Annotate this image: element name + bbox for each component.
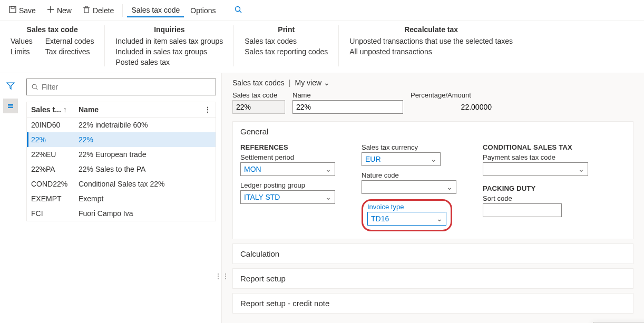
- save-icon: [8, 5, 17, 15]
- list-pane: Sales t... ↑ Name ⋮ 20IND6022% indetraib…: [21, 73, 221, 323]
- invoice-type-select[interactable]: TD16⌄: [367, 212, 446, 226]
- grid-row[interactable]: 20IND6022% indetraibile 60%: [27, 118, 216, 132]
- sort-select[interactable]: [483, 203, 562, 217]
- ribbon-link-unposted[interactable]: Unposted transactions that use the selec…: [349, 37, 513, 45]
- ribbon-link-print-reporting[interactable]: Sales tax reporting codes: [245, 47, 328, 56]
- detail-header: Sales tax codes | My view ⌄: [232, 79, 633, 87]
- grid-row[interactable]: 22%22%: [27, 132, 216, 147]
- lines-rail-button[interactable]: [3, 99, 18, 113]
- tax-code-grid: Sales t... ↑ Name ⋮ 20IND6022% indetraib…: [26, 102, 216, 221]
- toolbar-separator: [122, 4, 123, 17]
- grid-row[interactable]: COND22%Conditional Sales tax 22%: [27, 177, 216, 191]
- ribbon-title: Sales tax code: [11, 25, 94, 34]
- tab-sales-tax-code[interactable]: Sales tax code: [127, 4, 184, 17]
- packing-title: PACKING DUTY: [483, 184, 588, 192]
- main-area: Sales t... ↑ Name ⋮ 20IND6022% indetraib…: [0, 73, 644, 323]
- trash-icon: [82, 5, 91, 15]
- new-button[interactable]: New: [42, 3, 76, 17]
- delete-label: Delete: [93, 6, 114, 15]
- conditional-title: CONDITIONAL SALES TAX: [483, 143, 588, 151]
- currency-select[interactable]: EUR⌄: [362, 152, 441, 166]
- nature-select[interactable]: ⌄: [362, 180, 456, 194]
- svg-rect-4: [84, 8, 89, 13]
- divider: |: [289, 79, 291, 87]
- grid-header: Sales t... ↑ Name ⋮: [27, 102, 216, 118]
- invoice-type-highlight: Invoice type TD16⌄: [362, 199, 452, 231]
- search-button[interactable]: [230, 3, 247, 17]
- view-selector[interactable]: My view ⌄: [295, 79, 330, 87]
- filter-rail-button[interactable]: [3, 79, 18, 93]
- general-card: General REFERENCES Settlement period MON…: [232, 121, 633, 239]
- page-title: Sales tax codes: [232, 79, 285, 87]
- ledger-select[interactable]: ITALY STD⌄: [240, 190, 335, 204]
- svg-point-14: [32, 84, 36, 89]
- detail-pane: ⋮⋮ Sales tax codes | My view ⌄ Sales tax…: [221, 73, 644, 323]
- ribbon-link-all-unposted[interactable]: All unposted transactions: [349, 47, 513, 56]
- col-header-code[interactable]: Sales t... ↑: [31, 105, 79, 114]
- top-toolbar: Save New Delete Sales tax code Options: [0, 0, 644, 21]
- ribbon-link-included-item[interactable]: Included in item sales tax groups: [115, 37, 223, 45]
- payment-select[interactable]: ⌄: [483, 162, 588, 176]
- svg-point-9: [235, 7, 240, 12]
- search-icon: [31, 83, 38, 91]
- plus-icon: [46, 5, 55, 15]
- svg-rect-1: [11, 6, 14, 8]
- ribbon-link-posted[interactable]: Posted sales tax: [115, 58, 223, 66]
- grid-more-button[interactable]: ⋮: [204, 105, 211, 114]
- name-label: Name: [292, 91, 403, 99]
- ribbon-group-print: Print Sales tax codes Sales tax reportin…: [234, 25, 339, 66]
- search-icon: [234, 5, 242, 15]
- invoice-type-label: Invoice type: [367, 203, 446, 211]
- sort-asc-icon: ↑: [63, 105, 67, 114]
- grid-row[interactable]: 22%PA22% Sales to the PA: [27, 162, 216, 177]
- chevron-down-icon: ⌄: [431, 155, 437, 163]
- ribbon-link-tax-directives[interactable]: Tax directives: [45, 47, 94, 56]
- ribbon-link-values[interactable]: Values: [11, 37, 33, 45]
- col-header-name[interactable]: Name: [79, 105, 204, 114]
- filter-input[interactable]: [42, 83, 211, 91]
- pct-value: [411, 100, 495, 114]
- save-button[interactable]: Save: [4, 3, 40, 17]
- save-label: Save: [19, 6, 36, 15]
- ribbon-group-inquiries: Inquiries Included in item sales tax gro…: [105, 25, 234, 66]
- splitter-handle[interactable]: ⋮⋮: [219, 268, 225, 284]
- payment-label: Payment sales tax code: [483, 153, 588, 161]
- delete-button[interactable]: Delete: [78, 3, 118, 17]
- lines-icon: [6, 102, 15, 110]
- grid-row[interactable]: 22%EU22% European trade: [27, 147, 216, 162]
- ribbon-link-limits[interactable]: Limits: [11, 47, 33, 56]
- report-credit-card[interactable]: Report setup - credit note: [232, 293, 633, 314]
- grid-row[interactable]: FCIFuori Campo Iva: [27, 206, 216, 221]
- nature-label: Nature code: [362, 171, 456, 179]
- svg-line-10: [239, 11, 241, 13]
- ribbon: Sales tax code Values Limits External co…: [0, 21, 644, 73]
- svg-line-15: [36, 88, 37, 90]
- references-title: REFERENCES: [240, 143, 335, 151]
- grid-row[interactable]: EXEMPTExempt: [27, 191, 216, 206]
- chevron-down-icon: ⌄: [578, 165, 584, 173]
- code-value[interactable]: [232, 100, 285, 114]
- settlement-label: Settlement period: [240, 153, 335, 161]
- chevron-down-icon: ⌄: [324, 79, 330, 87]
- ribbon-group-salestax: Sales tax code Values Limits External co…: [0, 25, 105, 66]
- new-label: New: [57, 6, 72, 15]
- funnel-icon: [6, 82, 15, 90]
- general-header[interactable]: General: [233, 122, 633, 141]
- ribbon-link-included-groups[interactable]: Included in sales tax groups: [115, 47, 223, 56]
- report-setup-card[interactable]: Report setup: [232, 268, 633, 289]
- ribbon-group-recalc: Recalculate tax Unposted transactions th…: [339, 25, 523, 66]
- ribbon-link-external-codes[interactable]: External codes: [45, 37, 94, 45]
- settlement-select[interactable]: MON⌄: [240, 162, 335, 176]
- header-fields: Sales tax code Name Percentage/Amount: [232, 91, 633, 114]
- ribbon-link-print-codes[interactable]: Sales tax codes: [245, 37, 328, 45]
- name-value[interactable]: [292, 100, 403, 114]
- currency-label: Sales tax currency: [362, 143, 456, 151]
- calculation-card[interactable]: Calculation: [232, 243, 633, 264]
- filter-box[interactable]: [26, 79, 216, 95]
- sort-label: Sort code: [483, 194, 588, 202]
- chevron-down-icon: ⌄: [446, 183, 453, 191]
- svg-rect-0: [9, 6, 16, 13]
- invoice-type-dropdown: Code ▿ ↑ Description ⋮ TD16Integrazione …: [593, 322, 644, 323]
- chevron-down-icon: ⌄: [436, 214, 443, 223]
- tab-options[interactable]: Options: [186, 4, 220, 17]
